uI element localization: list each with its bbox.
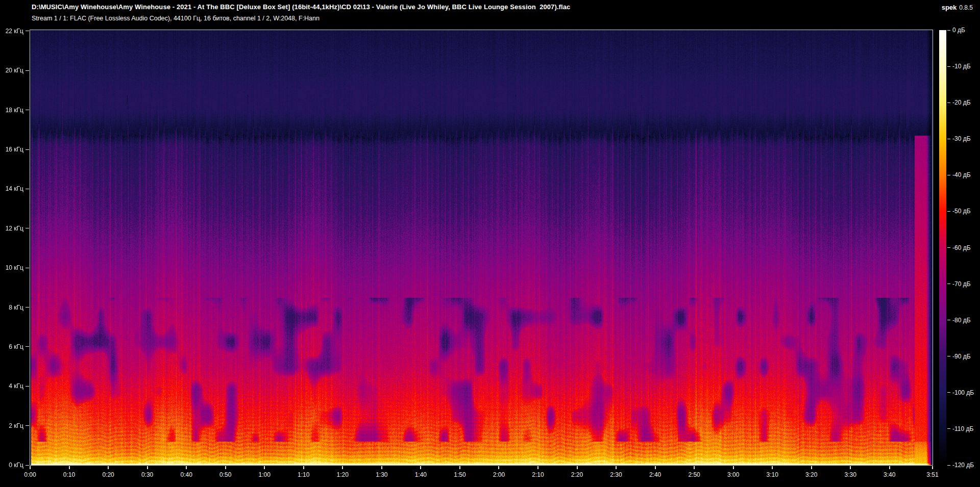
freq-tick-label: 12 кГц	[0, 225, 23, 232]
freq-tick	[26, 228, 29, 228]
time-tick-label: 0:30	[133, 471, 162, 478]
time-tick	[850, 466, 851, 469]
db-tick	[947, 392, 950, 393]
time-tick	[420, 466, 421, 469]
time-tick-label: 0:00	[16, 471, 44, 478]
freq-tick-label: 0 кГц	[0, 462, 23, 469]
db-tick-label: -40 дБ	[952, 171, 971, 178]
time-tick-label: 2:40	[641, 471, 670, 478]
time-tick	[577, 466, 578, 469]
db-tick	[947, 247, 950, 248]
freq-tick	[26, 70, 29, 71]
stream-info: Stream 1 / 1: FLAC (Free Lossless Audio …	[32, 15, 320, 22]
db-tick	[947, 139, 950, 139]
db-tick	[947, 284, 950, 284]
time-tick-label: 2:20	[563, 471, 592, 478]
freq-tick-label: 2 кГц	[0, 422, 23, 429]
time-tick	[303, 466, 304, 469]
time-tick-label: 0:40	[172, 471, 201, 478]
freq-tick	[26, 425, 29, 426]
db-tick	[947, 66, 950, 67]
time-tick	[655, 466, 656, 469]
db-tick-label: -110 дБ	[952, 425, 973, 432]
time-tick	[694, 466, 695, 469]
freq-tick-label: 8 кГц	[0, 304, 23, 311]
time-tick	[459, 466, 460, 469]
time-tick-label: 3:40	[875, 471, 904, 478]
time-tick-label: 3:51	[918, 471, 947, 478]
db-legend-gradient	[939, 30, 946, 465]
db-tick-label: -80 дБ	[952, 317, 971, 324]
app-version: 0.8.5	[959, 4, 973, 11]
time-tick-label: 3:30	[836, 471, 865, 478]
freq-tick	[26, 110, 29, 110]
app-version-badge: spek0.8.5	[942, 4, 973, 11]
time-tick	[733, 466, 734, 469]
time-tick-label: 1:30	[368, 471, 396, 478]
freq-tick-label: 18 кГц	[0, 107, 23, 114]
time-tick	[342, 466, 343, 469]
time-tick	[616, 466, 617, 469]
spectrogram-canvas	[30, 30, 933, 465]
time-tick-label: 3:00	[719, 471, 748, 478]
freq-tick	[26, 31, 29, 31]
freq-tick-label: 16 кГц	[0, 146, 23, 153]
app-name: spek	[942, 4, 957, 11]
time-tick-label: 3:10	[758, 471, 787, 478]
time-tick	[772, 466, 773, 469]
time-tick-label: 3:20	[797, 471, 826, 478]
freq-tick-label: 22 кГц	[0, 28, 23, 35]
time-tick	[225, 466, 226, 469]
time-tick-label: 2:50	[680, 471, 708, 478]
time-tick-label: 2:10	[524, 471, 552, 478]
time-tick-label: 0:10	[55, 471, 84, 478]
freq-tick-label: 14 кГц	[0, 185, 23, 192]
db-tick	[947, 320, 950, 320]
db-tick-label: -90 дБ	[952, 353, 971, 360]
freq-tick	[26, 346, 29, 347]
db-tick	[947, 30, 950, 31]
db-tick	[947, 356, 950, 356]
time-tick-label: 1:20	[328, 471, 357, 478]
db-tick	[947, 465, 950, 466]
file-path-title: D:\MUSIC\Amy Winehouse\Amy Winehouse - 2…	[32, 3, 570, 11]
db-tick-label: -120 дБ	[952, 462, 974, 469]
freq-tick-label: 4 кГц	[0, 382, 23, 390]
db-tick-label: -70 дБ	[952, 280, 971, 288]
time-tick	[147, 466, 148, 469]
time-tick-label: 1:40	[406, 471, 435, 478]
time-tick	[932, 466, 933, 469]
time-tick	[381, 466, 382, 469]
db-tick	[947, 211, 950, 212]
db-tick-label: -60 дБ	[952, 244, 971, 251]
db-tick-label: -30 дБ	[952, 135, 971, 142]
time-tick	[186, 466, 187, 469]
freq-tick	[26, 189, 29, 189]
freq-tick-label: 20 кГц	[0, 67, 23, 74]
time-tick	[108, 466, 109, 469]
db-tick-label: -50 дБ	[952, 208, 971, 215]
time-tick	[69, 466, 70, 469]
time-tick	[537, 466, 538, 469]
time-tick-label: 0:50	[211, 471, 240, 478]
freq-tick	[26, 465, 29, 466]
freq-tick	[26, 386, 29, 387]
db-tick-label: -20 дБ	[952, 99, 971, 106]
time-tick	[30, 466, 31, 469]
time-tick-label: 0:20	[94, 471, 122, 478]
freq-tick	[26, 307, 29, 307]
time-tick-label: 1:50	[446, 471, 474, 478]
time-tick	[264, 466, 265, 469]
freq-tick	[26, 149, 29, 150]
time-tick-label: 2:00	[484, 471, 513, 478]
time-tick-label: 2:30	[602, 471, 630, 478]
db-tick	[947, 102, 950, 103]
db-tick-label: -100 дБ	[952, 389, 974, 396]
db-tick-label: 0 дБ	[952, 27, 965, 34]
time-tick	[811, 466, 812, 469]
db-tick	[947, 175, 950, 175]
time-tick-label: 1:10	[289, 471, 318, 478]
freq-tick-label: 10 кГц	[0, 264, 23, 271]
time-tick	[889, 466, 890, 469]
spectrogram-plot	[30, 30, 933, 466]
